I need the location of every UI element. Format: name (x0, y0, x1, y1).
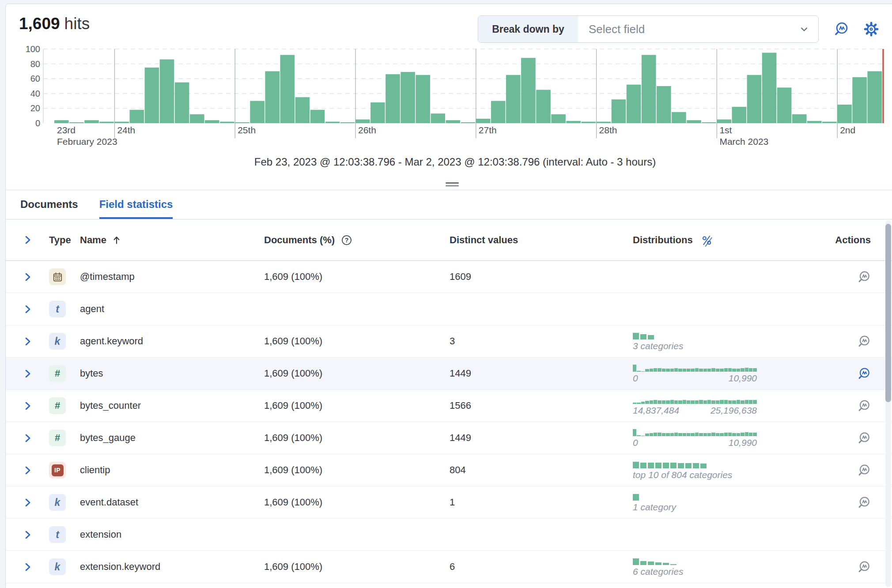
hits-count: 1,609 (19, 15, 60, 33)
documents-value: 1,609 (100%) (264, 561, 322, 572)
svg-text:2nd: 2nd (840, 125, 855, 135)
col-name[interactable]: Name (80, 234, 106, 246)
table-row-partial (6, 583, 892, 588)
field-stats-action-icon[interactable] (857, 335, 871, 348)
svg-text:0: 0 (35, 118, 40, 128)
edit-visualization-button[interactable] (831, 19, 851, 39)
tab-field-statistics[interactable]: Field statistics (99, 190, 173, 219)
distinct-value: 804 (450, 464, 466, 475)
expand-row-icon[interactable] (22, 368, 34, 380)
number-type-badge: # (49, 430, 66, 446)
svg-text:27th: 27th (479, 125, 497, 135)
text-type-badge: t (49, 301, 66, 317)
field-name: bytes (80, 368, 103, 379)
expand-row-icon[interactable] (22, 432, 34, 444)
field-stats-action-icon[interactable] (857, 399, 871, 413)
expand-row-icon[interactable] (22, 400, 34, 412)
expand-row-icon[interactable] (22, 234, 34, 246)
table-header-row: TypeNameDocuments (%) ?Distinct valuesDi… (6, 219, 892, 261)
field-name: extension.keyword (80, 561, 160, 573)
col-documents: Documents (%) ? (264, 234, 450, 246)
expand-row-icon[interactable] (22, 303, 34, 315)
table-row-bytes_counter: #bytes_counter1,609 (100%)156614,837,484… (6, 390, 892, 422)
field-stats-action-icon[interactable] (857, 560, 871, 574)
histogram-panel: 1,609hits Break down by Select field 020… (5, 4, 892, 190)
svg-text:25th: 25th (238, 125, 256, 135)
scrollbar-thumb[interactable] (885, 224, 891, 402)
svg-text:60: 60 (30, 74, 40, 83)
expand-row-icon[interactable] (22, 335, 34, 347)
keyword-type-badge: k (49, 333, 66, 350)
resize-handle[interactable] (446, 182, 459, 188)
distribution-preview: 6 categories (633, 557, 765, 577)
svg-text:28th: 28th (599, 125, 617, 135)
distribution-preview: 010,990 (633, 363, 765, 384)
date-field-icon (53, 272, 63, 282)
distribution-preview: 1 category (633, 492, 765, 513)
svg-text:?: ? (345, 236, 349, 243)
field-stats-action-icon[interactable] (857, 367, 871, 381)
col-distinct-values: Distinct values (450, 234, 518, 245)
number-type-badge: # (49, 365, 66, 382)
expand-row-icon[interactable] (22, 271, 34, 283)
breakdown-field-select[interactable]: Select field (578, 16, 818, 42)
field-stats-action-icon[interactable] (857, 496, 871, 509)
hits-histogram[interactable]: 02040608010023rdFebruary 202324th25th26t… (19, 45, 891, 148)
documents-value: 1,609 (100%) (264, 464, 322, 475)
documents-value: 1,609 (100%) (264, 335, 322, 347)
table-row-bytes_gauge: #bytes_gauge1,609 (100%)1449010,990 (6, 422, 892, 454)
visualize-chart-icon (833, 21, 849, 37)
field-name: @timestamp (80, 271, 135, 283)
svg-text:23rd: 23rd (57, 125, 76, 135)
hits-summary: 1,609hits (19, 15, 90, 33)
date-type-badge (49, 268, 66, 285)
distribution-preview: top 10 of 804 categories (633, 460, 765, 480)
distribution-preview: 14,837,48425,196,638 (633, 396, 765, 416)
help-icon[interactable]: ? (341, 234, 352, 246)
sort-ascending-icon[interactable] (111, 234, 122, 246)
field-name: event.dataset (80, 497, 138, 508)
distinct-value: 6 (450, 561, 455, 572)
svg-text:March 2023: March 2023 (719, 136, 768, 147)
distinct-value: 1566 (450, 400, 471, 411)
svg-text:80: 80 (30, 59, 40, 69)
table-row-agent: tagent (6, 293, 892, 325)
table-row-extensionkeyword: kextension.keyword1,609 (100%)66 categor… (6, 551, 892, 583)
field-name: bytes_counter (80, 400, 141, 411)
breakdown-control: Break down by Select field (478, 15, 819, 43)
hits-label: hits (64, 15, 90, 33)
field-name: agent.keyword (80, 335, 143, 347)
svg-text:20: 20 (30, 103, 40, 113)
text-type-badge: t (49, 526, 66, 543)
svg-text:100: 100 (26, 45, 40, 54)
svg-text:February 2023: February 2023 (57, 136, 117, 147)
svg-text:24th: 24th (117, 125, 135, 135)
field-stats-action-icon[interactable] (857, 431, 871, 445)
field-statistics-table: TypeNameDocuments (%) ?Distinct valuesDi… (6, 219, 892, 588)
keyword-type-badge: k (49, 494, 66, 511)
table-row-timestamp: @timestamp1,609 (100%)1609 (6, 261, 892, 293)
keyword-type-badge: k (49, 558, 66, 575)
field-name: bytes_gauge (80, 432, 136, 444)
table-row-bytes: #bytes1,609 (100%)1449010,990 (6, 358, 892, 390)
ip-type-badge: IP (49, 462, 66, 479)
table-row-agentkeyword: kagent.keyword1,609 (100%)33 categories (6, 325, 892, 358)
distinct-value: 1449 (450, 368, 471, 379)
field-stats-action-icon[interactable] (857, 270, 871, 284)
tab-documents[interactable]: Documents (20, 190, 78, 219)
expand-row-icon[interactable] (22, 497, 34, 509)
distributions-toggle-icon[interactable] (700, 234, 713, 247)
expand-row-icon[interactable] (22, 464, 34, 476)
documents-value: 1,609 (100%) (264, 432, 322, 443)
documents-value: 1,609 (100%) (264, 368, 322, 379)
chart-options-button[interactable] (861, 19, 881, 39)
gear-icon (863, 21, 879, 37)
expand-row-icon[interactable] (22, 529, 34, 541)
field-name: extension (80, 529, 121, 540)
documents-value: 1,609 (100%) (264, 400, 322, 411)
breakdown-label: Break down by (478, 16, 578, 42)
svg-text:40: 40 (30, 89, 40, 98)
expand-row-icon[interactable] (22, 561, 34, 573)
col-type: Type (49, 234, 71, 246)
field-stats-action-icon[interactable] (857, 464, 871, 477)
